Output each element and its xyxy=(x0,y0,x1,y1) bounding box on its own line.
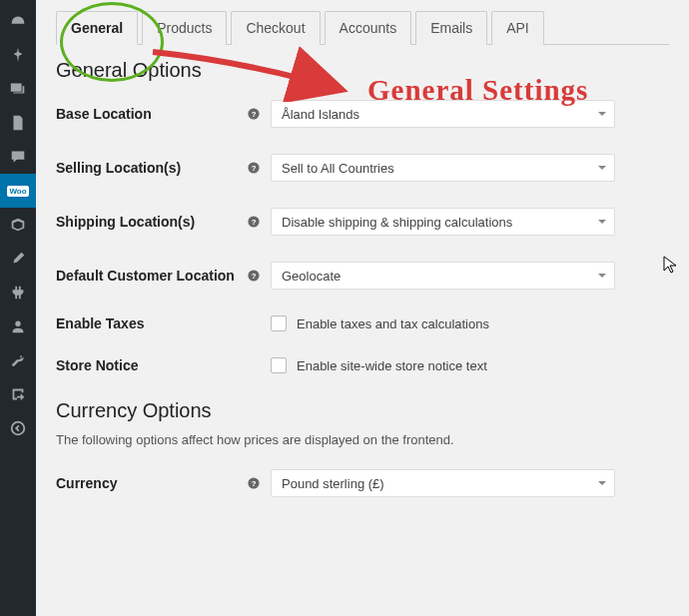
svg-text:?: ? xyxy=(252,110,257,119)
checkbox-store-notice[interactable] xyxy=(271,357,287,373)
sidebar-item-tools[interactable] xyxy=(0,343,36,377)
select-selling-locations[interactable]: Sell to All Countries xyxy=(271,154,615,182)
pages-icon xyxy=(9,114,27,132)
svg-text:?: ? xyxy=(252,164,257,173)
row-default-customer-location: Default Customer Location ? Geolocate xyxy=(56,262,669,290)
row-store-notice: Store Notice Enable site-wide store noti… xyxy=(56,357,669,373)
sidebar-item-products[interactable] xyxy=(0,208,36,242)
tab-checkout[interactable]: Checkout xyxy=(231,11,320,45)
label-selling-locations: Selling Location(s) ? xyxy=(56,160,271,176)
plugin-icon xyxy=(9,284,27,302)
section-currency-heading: Currency Options xyxy=(56,399,669,422)
sidebar-item-plugins[interactable] xyxy=(0,276,36,309)
sidebar-item-collapse[interactable] xyxy=(0,411,36,445)
label-store-notice: Store Notice xyxy=(56,357,271,373)
help-icon[interactable]: ? xyxy=(247,161,261,175)
collapse-icon xyxy=(9,419,27,437)
help-icon[interactable]: ? xyxy=(247,215,261,229)
row-enable-taxes: Enable Taxes Enable taxes and tax calcul… xyxy=(56,315,669,331)
woo-icon: Woo xyxy=(7,186,28,197)
admin-sidebar: Woo xyxy=(0,0,36,616)
label-default-customer-location: Default Customer Location ? xyxy=(56,268,271,284)
label-base-location: Base Location ? xyxy=(56,106,271,122)
tab-api[interactable]: API xyxy=(491,11,544,45)
label-shipping-locations: Shipping Location(s) ? xyxy=(56,214,271,230)
sidebar-item-appearance[interactable] xyxy=(0,242,36,276)
user-icon xyxy=(9,317,27,335)
import-icon xyxy=(9,385,27,403)
caret-down-icon xyxy=(598,220,606,228)
help-icon[interactable]: ? xyxy=(247,269,261,283)
sidebar-item-media[interactable] xyxy=(0,72,36,106)
section-general-heading: General Options xyxy=(56,59,669,82)
currency-description: The following options affect how prices … xyxy=(56,432,669,447)
caret-down-icon xyxy=(598,112,606,120)
row-currency: Currency ? Pound sterling (£) xyxy=(56,469,669,497)
label-enable-taxes: Enable Taxes xyxy=(56,315,271,331)
comment-icon xyxy=(9,148,27,166)
caret-down-icon xyxy=(598,274,606,282)
sidebar-item-pages[interactable] xyxy=(0,106,36,140)
pin-icon xyxy=(9,46,27,64)
tab-general[interactable]: General xyxy=(56,11,138,45)
svg-point-0 xyxy=(12,422,25,435)
select-default-customer-location[interactable]: Geolocate xyxy=(271,262,615,290)
row-base-location: Base Location ? Åland Islands xyxy=(56,100,669,128)
caret-down-icon xyxy=(598,481,606,489)
select-shipping-locations[interactable]: Disable shipping & shipping calculations xyxy=(271,208,615,236)
checkbox-label-enable-taxes: Enable taxes and tax calculations xyxy=(297,316,489,331)
sidebar-item-dashboard[interactable] xyxy=(0,4,36,38)
svg-text:?: ? xyxy=(252,218,257,227)
tab-products[interactable]: Products xyxy=(142,11,227,45)
select-base-location[interactable]: Åland Islands xyxy=(271,100,615,128)
sidebar-item-users[interactable] xyxy=(0,309,36,343)
sidebar-item-pin[interactable] xyxy=(0,38,36,72)
sidebar-item-comments[interactable] xyxy=(0,140,36,174)
dashboard-icon xyxy=(9,12,27,30)
tab-accounts[interactable]: Accounts xyxy=(325,11,412,45)
help-icon[interactable]: ? xyxy=(247,476,261,490)
media-icon xyxy=(9,80,27,98)
checkbox-label-store-notice: Enable site-wide store notice text xyxy=(297,358,487,373)
main-content: General Products Checkout Accounts Email… xyxy=(36,0,689,616)
box-icon xyxy=(9,216,27,234)
svg-text:?: ? xyxy=(252,479,257,488)
select-currency[interactable]: Pound sterling (£) xyxy=(271,469,615,497)
checkbox-enable-taxes[interactable] xyxy=(271,315,287,331)
row-selling-locations: Selling Location(s) ? Sell to All Countr… xyxy=(56,154,669,182)
label-currency: Currency ? xyxy=(56,475,271,491)
brush-icon xyxy=(9,250,27,268)
wrench-icon xyxy=(9,351,27,369)
sidebar-item-woocommerce[interactable]: Woo xyxy=(0,174,36,208)
svg-text:?: ? xyxy=(252,272,257,281)
row-shipping-locations: Shipping Location(s) ? Disable shipping … xyxy=(56,208,669,236)
help-icon[interactable]: ? xyxy=(247,107,261,121)
sidebar-item-settings-import[interactable] xyxy=(0,377,36,411)
caret-down-icon xyxy=(598,166,606,174)
settings-tabs: General Products Checkout Accounts Email… xyxy=(56,10,669,45)
tab-emails[interactable]: Emails xyxy=(415,11,487,45)
